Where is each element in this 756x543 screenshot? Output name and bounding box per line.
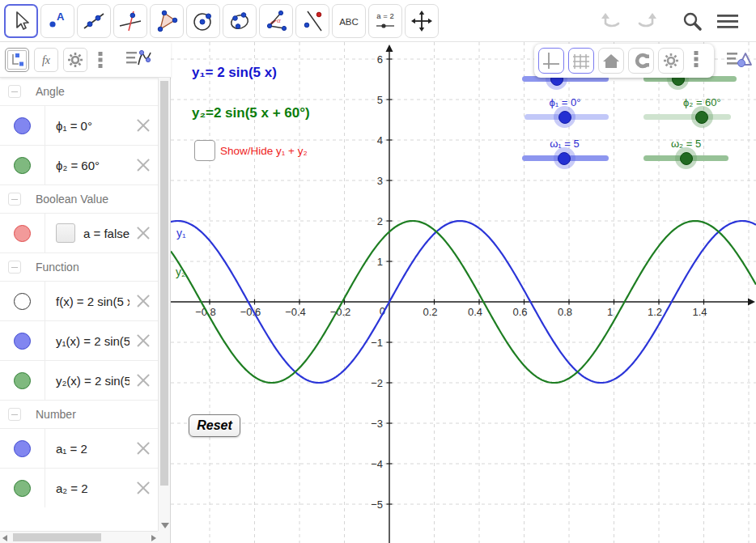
algebra-expression: a₂ = 2 [56,481,88,495]
graphics-stylebar-button[interactable] [726,47,754,71]
circle-icon [191,9,215,33]
conic-tool-button[interactable] [223,4,257,38]
visibility-dot[interactable] [14,293,31,310]
line-tool-button[interactable] [77,4,111,38]
angle-tool-button[interactable]: α [259,4,293,38]
search-button[interactable] [678,7,706,35]
algebra-expression: ϕ₂ = 60° [56,159,100,172]
showhide-label[interactable]: Show/Hide y₁ + y₂ [220,145,308,157]
algebra-row[interactable]: y₂(x) = 2 sin(5 x + 60°) [0,360,159,400]
text-tool-button[interactable]: ABC [332,4,366,38]
graphics-settings-button[interactable] [658,48,684,74]
menu-button[interactable] [714,7,741,35]
collapse-section-button[interactable] [8,408,21,421]
conic-icon [227,9,252,33]
collapse-section-button[interactable] [8,85,21,98]
delete-button[interactable] [130,112,157,139]
snap-to-grid-button[interactable] [628,48,654,74]
home-button[interactable] [598,48,624,74]
showhide-checkbox[interactable] [194,140,215,161]
algebra-row-text: f(x) = 2 sin(5 x) + 2 sin(5 x + 60°) [45,295,130,308]
delete-button[interactable] [130,151,157,179]
dot-column [0,429,45,468]
visibility-dot[interactable] [14,117,31,134]
algebra-row[interactable]: a₂ = 2 [0,468,159,507]
gear-icon [66,51,84,69]
function-inspector-button[interactable]: fx [34,48,58,72]
slider-label: ϕ₂ = 60° [683,96,721,108]
algebra-row[interactable]: a = false [0,213,159,252]
main-toolbar: A [0,0,756,42]
slider-knob[interactable] [695,111,708,124]
algebra-section: Angleϕ₁ = 0°ϕ₂ = 60° [0,78,159,185]
reset-button[interactable]: Reset [189,414,240,437]
text-icon: ABC [335,9,363,33]
delete-button[interactable] [130,287,157,315]
slider-knob[interactable] [558,152,571,165]
horizontal-scrollbar-thumb[interactable] [13,533,101,541]
circle-tool-button[interactable] [186,4,220,38]
toggle-axes-button[interactable] [538,48,564,74]
undo-button[interactable] [597,7,625,35]
slider-tool-button[interactable]: a = 2 [368,4,402,38]
magnet-icon [631,51,651,70]
polygon-tool-button[interactable] [150,4,184,38]
scroll-left-arrow[interactable] [2,535,7,541]
visibility-dot[interactable] [14,440,31,457]
perpendicular-line-tool-button[interactable] [113,4,147,38]
algebra-row-text: a₂ = 2 [45,481,130,495]
visibility-dot[interactable] [14,480,31,497]
point-tool-button[interactable]: A [40,4,74,38]
scroll-down-arrow[interactable] [161,523,169,528]
settings-button[interactable] [63,48,87,72]
scroll-right-arrow[interactable] [151,535,156,541]
algebra-panel: fx [0,42,171,543]
delete-button[interactable] [130,474,157,502]
graphics-toolbar [534,44,714,78]
geogebra-app: A [0,0,756,543]
home-icon [601,51,621,70]
algebra-panel-toolbar: fx [0,42,171,78]
curve1-label[interactable]: y₁ [176,227,186,240]
algebra-expression: f(x) = 2 sin(5 x) + 2 sin(5 x + 60°) [56,295,130,308]
delete-button[interactable] [130,435,157,462]
move-graphics-tool-button[interactable] [405,4,439,38]
delete-button[interactable] [130,367,157,394]
collapse-section-button[interactable] [8,261,21,274]
equation2-label[interactable]: y₂=2 sin(5 x + 60°) [192,105,310,121]
slider-label: ω₂ = 5 [671,138,701,150]
delete-button[interactable] [130,327,157,354]
algebra-expression: y₂(x) = 2 sin(5 x + 60°) [56,374,130,388]
equation1-label[interactable]: y₁= 2 sin(5 x) [192,65,277,81]
toggle-grid-button[interactable] [568,48,594,74]
slider-knob[interactable] [559,111,571,124]
redo-button[interactable] [633,7,660,35]
horizontal-scrollbar[interactable] [0,531,159,543]
vertical-scrollbar-thumb[interactable] [160,81,168,486]
point-icon: A [45,9,70,33]
algebra-row[interactable]: a₁ = 2 [0,428,159,468]
reflection-tool-button[interactable] [295,4,329,38]
curve2-label[interactable]: y₂ [176,265,185,278]
move-tool-button[interactable] [4,4,38,38]
slider-track[interactable] [643,114,731,120]
vertical-scrollbar[interactable] [158,78,170,531]
visibility-dot[interactable] [14,225,31,242]
algebra-row[interactable]: ϕ₁ = 0° [0,105,159,145]
algebra-row[interactable]: f(x) = 2 sin(5 x) + 2 sin(5 x + 60°) [0,281,159,320]
visibility-dot[interactable] [14,372,31,389]
algebra-view-button[interactable] [5,48,29,72]
graphics-more-button[interactable] [693,49,699,72]
visibility-dot[interactable] [14,333,31,350]
algebra-stylebar-button[interactable] [125,48,153,72]
boolean-checkbox[interactable] [56,223,75,243]
section-header: Number [0,401,159,428]
delete-button[interactable] [130,219,157,247]
graphics-view[interactable]: −0.8−0.6−0.4−0.20.20.40.60.811.21.4−5−4−… [171,42,756,543]
algebra-more-button[interactable] [92,46,108,74]
visibility-dot[interactable] [14,157,31,174]
algebra-row[interactable]: ϕ₂ = 60° [0,145,159,185]
algebra-row[interactable]: y₁(x) = 2 sin(5 x) [0,320,159,360]
slider-knob[interactable] [680,152,693,165]
collapse-section-button[interactable] [8,193,21,206]
